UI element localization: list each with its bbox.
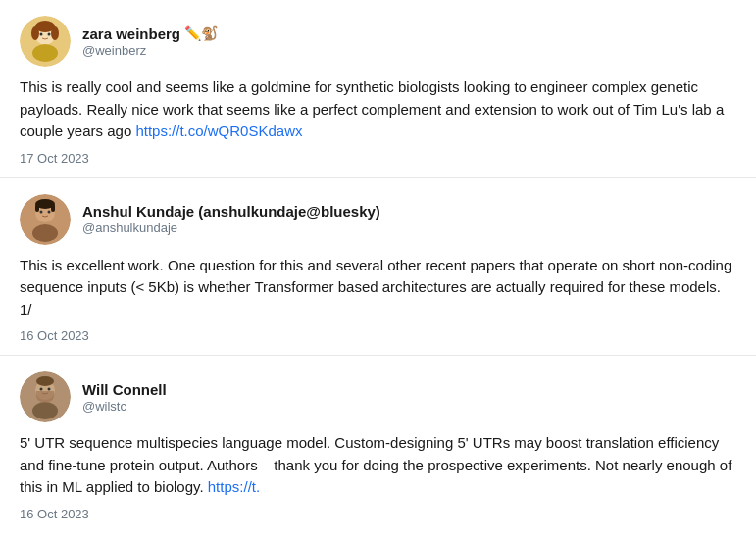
- post-text: 5' UTR sequence multispecies language mo…: [20, 432, 736, 499]
- user-info: Will Connell @wilstc: [82, 381, 167, 414]
- svg-point-4: [48, 33, 51, 36]
- post-body: This is excellent work. One question for…: [20, 257, 731, 318]
- user-info: Anshul Kundaje (anshulkundaje@bluesky) @…: [82, 203, 380, 235]
- post-body: This is really cool and seems like a gol…: [20, 78, 724, 139]
- post-body: 5' UTR sequence multispecies language mo…: [20, 434, 731, 495]
- avatar: [20, 371, 71, 422]
- svg-point-2: [32, 44, 58, 62]
- display-name: zara weinberg ✏️🐒: [82, 25, 218, 42]
- svg-point-6: [31, 26, 39, 40]
- svg-point-20: [48, 388, 51, 391]
- svg-point-7: [51, 26, 59, 40]
- svg-rect-14: [35, 204, 39, 212]
- post-timestamp: 17 Oct 2023: [20, 151, 736, 166]
- post-header: Anshul Kundaje (anshulkundaje@bluesky) @…: [20, 194, 736, 245]
- svg-point-11: [40, 210, 43, 213]
- post-link[interactable]: https://t.: [208, 478, 260, 495]
- user-info: zara weinberg ✏️🐒 @weinberz: [82, 25, 218, 58]
- display-name: Anshul Kundaje (anshulkundaje@bluesky): [82, 203, 380, 220]
- avatar: [20, 16, 71, 67]
- avatar: [20, 194, 71, 245]
- svg-point-18: [32, 402, 58, 419]
- svg-point-19: [40, 388, 43, 391]
- post-card: Will Connell @wilstc 5' UTR sequence mul…: [0, 356, 756, 533]
- post-link[interactable]: https://t.co/wQR0SKdawx: [135, 123, 302, 139]
- svg-point-21: [36, 376, 54, 386]
- post-timestamp: 16 Oct 2023: [20, 328, 736, 343]
- feed-container: zara weinberg ✏️🐒 @weinberz This is real…: [0, 0, 756, 533]
- name-text: Will Connell: [82, 381, 167, 398]
- name-text: zara weinberg: [82, 25, 180, 42]
- svg-point-12: [48, 210, 51, 213]
- post-timestamp: 16 Oct 2023: [20, 507, 736, 521]
- post-header: zara weinberg ✏️🐒 @weinberz: [20, 16, 736, 67]
- post-text: This is really cool and seems like a gol…: [20, 76, 736, 143]
- name-icons: ✏️🐒: [184, 25, 218, 41]
- svg-point-10: [32, 224, 58, 242]
- post-card: Anshul Kundaje (anshulkundaje@bluesky) @…: [0, 178, 756, 357]
- display-name: Will Connell: [82, 381, 167, 398]
- svg-point-3: [40, 33, 43, 36]
- post-card: zara weinberg ✏️🐒 @weinberz This is real…: [0, 0, 756, 178]
- user-handle: @weinberz: [82, 43, 218, 58]
- svg-rect-15: [51, 204, 55, 212]
- name-text: Anshul Kundaje (anshulkundaje@bluesky): [82, 203, 380, 220]
- post-header: Will Connell @wilstc: [20, 371, 736, 422]
- post-text: This is excellent work. One question for…: [20, 255, 736, 321]
- user-handle: @anshulkundaje: [82, 221, 380, 235]
- user-handle: @wilstc: [82, 399, 167, 414]
